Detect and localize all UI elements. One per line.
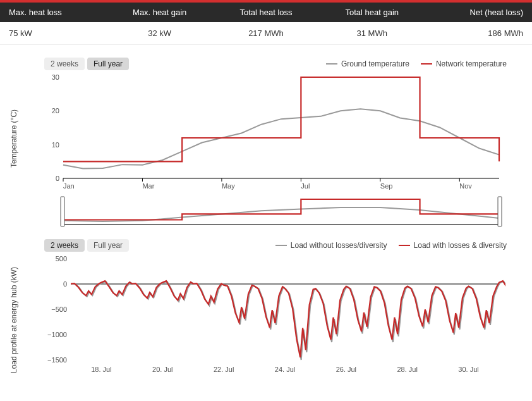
svg-text:Jul: Jul	[301, 182, 310, 190]
svg-text:24. Jul: 24. Jul	[275, 366, 295, 373]
chart1-fullyear-button[interactable]: Full year	[87, 58, 129, 70]
svg-rect-19	[498, 197, 502, 226]
svg-text:22. Jul: 22. Jul	[214, 366, 234, 373]
svg-text:30. Jul: 30. Jul	[458, 366, 478, 373]
legend-ground-temp: Ground temperature	[326, 59, 409, 68]
chart1-ylabel: Temperature (°C)	[9, 109, 18, 168]
val-total-heat-loss: 217 MWh	[214, 22, 319, 45]
chart1-svg[interactable]: 0102030JanMarMayJulSepNov	[44, 74, 505, 194]
val-net-heat-loss: 186 MWh	[425, 22, 532, 45]
svg-text:Jan: Jan	[63, 182, 75, 190]
val-max-heat-loss: 75 kW	[0, 22, 106, 45]
svg-text:Mar: Mar	[142, 182, 154, 190]
legend-with-label: Load with losses & diversity	[414, 241, 507, 250]
swatch-red-icon	[421, 63, 432, 65]
chart2-ylabel: Load profile at energy hub (kW)	[9, 267, 18, 373]
temperature-chart-area: 2 weeks Full year Ground temperature Net…	[0, 45, 532, 235]
svg-text:0: 0	[56, 175, 59, 182]
legend-ground-label: Ground temperature	[341, 59, 409, 68]
swatch-red-icon	[399, 245, 410, 246]
chart2-2weeks-button[interactable]: 2 weeks	[44, 239, 85, 252]
col-total-heat-loss: Total heat loss	[214, 1, 319, 22]
svg-text:Nov: Nov	[459, 182, 472, 190]
stats-value-row: 75 kW 32 kW 217 MWh 31 MWh 186 MWh	[0, 22, 532, 45]
svg-text:0: 0	[63, 280, 67, 288]
svg-text:20. Jul: 20. Jul	[152, 366, 172, 373]
stats-header-row: Max. heat loss Max. heat gain Total heat…	[0, 1, 532, 22]
chart1-plot: Temperature (°C) 0102030JanMarMayJulSepN…	[44, 74, 507, 194]
svg-text:10: 10	[52, 141, 59, 149]
chart2-plot: Load profile at energy hub (kW) −1500−10…	[44, 256, 507, 376]
chart1-controls: 2 weeks Full year Ground temperature Net…	[44, 58, 507, 70]
svg-text:30: 30	[52, 74, 59, 81]
chart2-fullyear-button[interactable]: Full year	[87, 239, 129, 252]
val-total-heat-gain: 31 MWh	[318, 22, 425, 45]
chart2-svg[interactable]: −1500−1000−500050018. Jul20. Jul22. Jul2…	[44, 256, 505, 376]
val-max-heat-gain: 32 kW	[106, 22, 214, 45]
svg-rect-18	[61, 197, 64, 226]
legend-load-with: Load with losses & diversity	[399, 241, 507, 250]
col-total-heat-gain: Total heat gain	[318, 1, 425, 22]
col-net-heat-loss: Net (heat loss)	[425, 1, 532, 22]
svg-text:18. Jul: 18. Jul	[91, 366, 111, 373]
svg-text:28. Jul: 28. Jul	[397, 366, 418, 373]
svg-text:May: May	[222, 182, 235, 190]
svg-text:500: 500	[56, 256, 67, 262]
legend-load-without: Load without losses/diversity	[275, 241, 387, 250]
col-max-heat-gain: Max. heat gain	[106, 1, 214, 22]
load-chart-area: 2 weeks Full year Load without losses/di…	[0, 235, 532, 382]
heat-stats-table: Max. heat loss Max. heat gain Total heat…	[0, 0, 532, 45]
legend-network-temp: Network temperature	[421, 59, 507, 68]
svg-text:−500: −500	[51, 305, 67, 313]
chart1-brush[interactable]	[44, 194, 505, 229]
legend-without-label: Load without losses/diversity	[291, 241, 387, 250]
swatch-gray-icon	[275, 245, 287, 246]
col-max-heat-loss: Max. heat loss	[0, 1, 106, 22]
svg-text:Sep: Sep	[380, 182, 393, 190]
svg-text:−1000: −1000	[47, 331, 67, 338]
legend-network-label: Network temperature	[436, 59, 507, 68]
swatch-gray-icon	[326, 63, 337, 65]
svg-text:20: 20	[52, 107, 59, 114]
chart2-controls: 2 weeks Full year Load without losses/di…	[44, 239, 507, 252]
svg-text:26. Jul: 26. Jul	[336, 366, 356, 373]
chart1-2weeks-button[interactable]: 2 weeks	[44, 58, 85, 70]
svg-text:−1500: −1500	[47, 356, 67, 364]
